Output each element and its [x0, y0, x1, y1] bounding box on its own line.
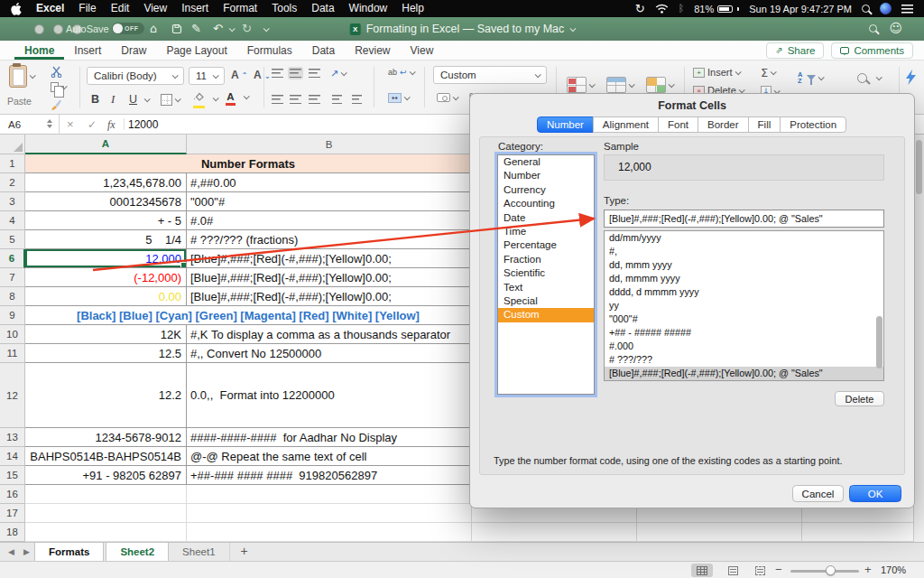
- insert-function-icon[interactable]: fx: [107, 115, 116, 135]
- zoom-slider-thumb[interactable]: [826, 565, 836, 575]
- cell-B18[interactable]: [187, 523, 472, 542]
- cell-A6[interactable]: 12,000: [25, 249, 187, 268]
- row-header-15[interactable]: 15: [0, 466, 25, 485]
- comments-button[interactable]: Comments: [831, 42, 913, 59]
- bold-button[interactable]: B: [91, 93, 99, 106]
- zoom-level[interactable]: 170%: [881, 562, 906, 578]
- orientation-button[interactable]: ↗: [330, 68, 346, 79]
- accounting-format-button[interactable]: [437, 93, 457, 102]
- formula-enter-icon[interactable]: ✓: [88, 115, 97, 135]
- category-percentage[interactable]: Percentage: [498, 238, 594, 252]
- cell-A12[interactable]: 12.2: [25, 363, 187, 428]
- ribbon-tab-insert[interactable]: Insert: [64, 41, 111, 60]
- row-header-3[interactable]: 3: [0, 192, 25, 211]
- select-all-corner[interactable]: [0, 135, 25, 154]
- cell-A13[interactable]: 1234-5678-9012: [25, 428, 187, 447]
- align-middle-button[interactable]: [288, 67, 303, 79]
- document-title[interactable]: Formating in Excel — Saved to my Mac: [366, 23, 565, 35]
- cell-B13[interactable]: ####-####-#### for Aadhar No Display: [187, 428, 472, 447]
- category-scientific[interactable]: Scientific: [498, 266, 594, 280]
- cell-A18[interactable]: [25, 523, 187, 542]
- formula-input[interactable]: 12000: [128, 115, 158, 135]
- cell-A14[interactable]: BAHPS0514B-BAHPS0514B: [25, 447, 187, 466]
- delete-button[interactable]: Delete: [835, 391, 884, 406]
- category-listbox[interactable]: GeneralNumberCurrencyAccountingDateTimeP…: [497, 154, 595, 395]
- cell-A17[interactable]: [25, 504, 187, 523]
- category-time[interactable]: Time: [498, 225, 594, 238]
- menu-window[interactable]: Window: [349, 0, 388, 17]
- category-fraction[interactable]: Fraction: [498, 253, 594, 266]
- menu-edit[interactable]: Edit: [111, 0, 130, 17]
- cell-A9[interactable]: [Black] [Blue] [Cyan] [Green] [Magenta] …: [25, 306, 472, 325]
- category-text[interactable]: Text: [498, 281, 594, 294]
- font-color-button[interactable]: A: [226, 91, 248, 102]
- cell-A8[interactable]: 0.00: [25, 287, 187, 306]
- row-header-1[interactable]: 1: [0, 154, 25, 173]
- category-general[interactable]: General: [498, 155, 594, 169]
- cell-A2[interactable]: 1,23,45,678.00: [25, 173, 187, 192]
- type-option-3[interactable]: dd, mmmm yyyy: [605, 272, 883, 285]
- ideas-button[interactable]: [905, 70, 917, 85]
- row-header-7[interactable]: 7: [0, 268, 25, 287]
- menu-view[interactable]: View: [143, 0, 167, 17]
- fill-color-button[interactable]: [193, 92, 217, 105]
- share-button[interactable]: ⇗ Share: [766, 42, 824, 59]
- bluetooth-icon[interactable]: ᛒ: [679, 3, 685, 14]
- cell-B4[interactable]: #.0#: [187, 211, 472, 230]
- merge-center-button[interactable]: ↔: [388, 93, 409, 103]
- column-header-b[interactable]: B: [187, 135, 472, 154]
- dialog-tab-fill[interactable]: Fill: [748, 117, 781, 133]
- redo-icon[interactable]: ↻: [242, 21, 252, 36]
- cell-B5[interactable]: # ???/??? (fractions): [187, 230, 472, 249]
- menu-help[interactable]: Help: [402, 0, 424, 17]
- sheet-scroll-right-icon[interactable]: ▶: [23, 543, 30, 562]
- page-break-view-button[interactable]: [749, 564, 771, 577]
- row-header-17[interactable]: 17: [0, 504, 25, 523]
- font-size-select[interactable]: 11: [189, 67, 225, 85]
- number-format-select[interactable]: Custom: [433, 66, 547, 84]
- insert-cells-button[interactable]: + Insert: [693, 67, 740, 78]
- row-header-2[interactable]: 2: [0, 173, 25, 192]
- find-select-button[interactable]: [857, 73, 881, 83]
- cancel-button[interactable]: Cancel: [792, 485, 844, 502]
- row-header-4[interactable]: 4: [0, 211, 25, 230]
- type-option-10[interactable]: [Blue]#,###;[Red](-#,###);[Yellow]0.00; …: [605, 367, 883, 380]
- notification-center-icon[interactable]: [901, 5, 913, 14]
- type-option-0[interactable]: dd/mm/yyyy: [605, 231, 883, 245]
- category-special[interactable]: Special: [498, 294, 594, 308]
- formula-cancel-icon[interactable]: ×: [67, 115, 74, 135]
- ribbon-tab-view[interactable]: View: [401, 41, 444, 60]
- menu-file[interactable]: File: [79, 0, 96, 17]
- ok-button[interactable]: OK: [849, 485, 901, 502]
- add-sheet-button[interactable]: +: [230, 543, 259, 562]
- type-list-scrollbar-thumb[interactable]: [876, 316, 882, 368]
- underline-button[interactable]: U: [129, 93, 149, 106]
- cell-B14[interactable]: @-@ Repeat the same text of cell: [187, 447, 472, 466]
- zoom-out-button[interactable]: −: [775, 562, 782, 578]
- cut-button[interactable]: [51, 66, 62, 78]
- menu-excel[interactable]: Excel: [36, 0, 64, 17]
- autosave-toggle[interactable]: OFF: [112, 23, 144, 34]
- sheet-tab-sheet1[interactable]: Sheet1: [169, 543, 229, 562]
- format-painter-button[interactable]: [51, 98, 62, 110]
- align-center-button[interactable]: [288, 93, 303, 106]
- search-icon[interactable]: [869, 24, 877, 33]
- type-option-8[interactable]: #.000: [605, 340, 883, 353]
- type-option-7[interactable]: +## - ##### #####: [605, 326, 883, 340]
- category-currency[interactable]: Currency: [498, 183, 594, 197]
- sheet-tab-formats[interactable]: Formats: [34, 543, 104, 562]
- apple-logo-icon[interactable]: [11, 3, 22, 15]
- edit-pencil-icon[interactable]: ✎: [191, 21, 201, 36]
- ribbon-tab-review[interactable]: Review: [345, 41, 400, 60]
- dialog-tab-protection[interactable]: Protection: [780, 117, 846, 133]
- page-layout-view-button[interactable]: [722, 564, 744, 577]
- cell-B15[interactable]: +##-### #### #### 919820562897: [187, 466, 472, 485]
- cell-A11[interactable]: 12.5: [25, 344, 187, 363]
- ribbon-tab-draw[interactable]: Draw: [111, 41, 156, 60]
- cell-A1[interactable]: Number Formats: [25, 154, 472, 173]
- normal-view-button[interactable]: [691, 564, 713, 577]
- cell-styles-button[interactable]: [646, 77, 673, 93]
- increase-indent-button[interactable]: [350, 93, 364, 106]
- category-custom[interactable]: Custom: [498, 308, 594, 322]
- cell-A7[interactable]: (-12,000): [25, 268, 187, 287]
